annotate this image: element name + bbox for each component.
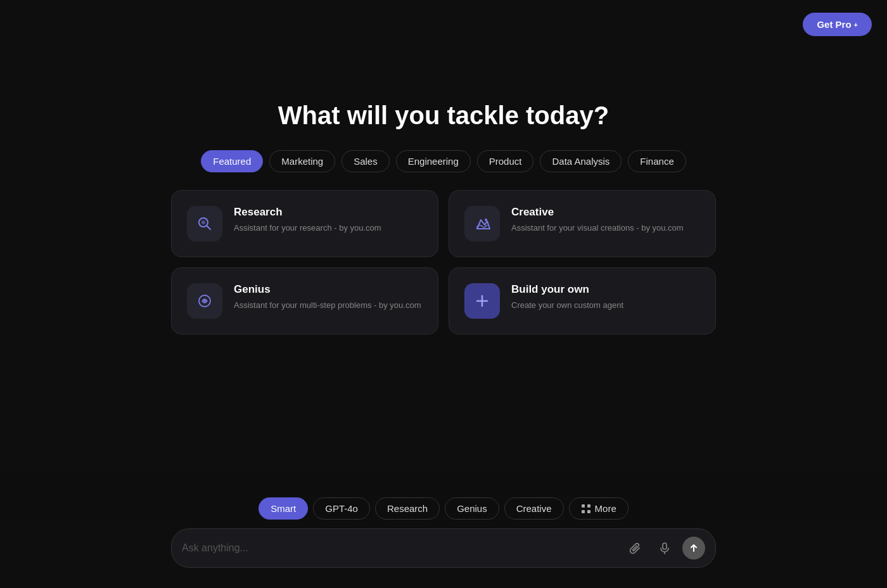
research-agent-desc: Assistant for your research - by you.com <box>234 222 381 234</box>
svg-rect-10 <box>582 510 585 513</box>
mic-icon <box>658 542 671 554</box>
category-tabs: Featured Marketing Sales Engineering Pro… <box>201 150 686 172</box>
main-content: What will you tackle today? Featured Mar… <box>0 0 887 398</box>
agent-card-build-your-own[interactable]: Build your own Create your own custom ag… <box>449 267 716 335</box>
page-title: What will you tackle today? <box>278 101 609 130</box>
tab-product[interactable]: Product <box>477 150 534 172</box>
build-your-own-agent-info: Build your own Create your own custom ag… <box>511 283 623 311</box>
input-bar <box>171 528 716 568</box>
research-icon-wrapper <box>187 206 222 241</box>
build-your-own-agent-name: Build your own <box>511 283 623 296</box>
get-pro-button[interactable]: Get Pro+ <box>803 13 872 36</box>
agent-card-creative[interactable]: Creative Assistant for your visual creat… <box>449 190 716 257</box>
mode-tab-research[interactable]: Research <box>375 497 440 520</box>
send-icon <box>688 542 699 554</box>
tab-sales[interactable]: Sales <box>341 150 390 172</box>
creative-icon <box>473 215 491 233</box>
creative-icon-wrapper <box>464 206 500 241</box>
creative-agent-desc: Assistant for your visual creations - by… <box>511 222 684 234</box>
svg-rect-8 <box>582 504 585 508</box>
mode-tab-creative[interactable]: Creative <box>504 497 564 520</box>
tab-data-analysis[interactable]: Data Analysis <box>540 150 622 172</box>
bottom-bar: Smart GPT-4o Research Genius Creative Mo… <box>0 472 887 588</box>
svg-point-3 <box>485 219 487 221</box>
creative-agent-name: Creative <box>511 206 684 219</box>
mode-tab-more[interactable]: More <box>569 497 629 520</box>
mode-tab-smart[interactable]: Smart <box>258 497 308 520</box>
genius-icon-wrapper <box>187 283 222 319</box>
agent-card-genius[interactable]: Genius Assistant for your multi-step pro… <box>171 267 438 335</box>
tab-finance[interactable]: Finance <box>628 150 686 172</box>
genius-agent-info: Genius Assistant for your multi-step pro… <box>234 283 421 311</box>
research-icon <box>196 215 214 233</box>
svg-line-2 <box>207 226 210 229</box>
grid-icon <box>581 504 591 514</box>
agent-grid: Research Assistant for your research - b… <box>171 190 716 335</box>
tab-engineering[interactable]: Engineering <box>396 150 471 172</box>
svg-point-1 <box>201 220 205 224</box>
paperclip-icon <box>629 542 642 554</box>
build-your-own-icon-wrapper <box>464 283 500 319</box>
svg-rect-11 <box>587 510 590 513</box>
build-your-own-agent-desc: Create your own custom agent <box>511 300 623 311</box>
mode-tab-gpt4o[interactable]: GPT-4o <box>313 497 370 520</box>
research-agent-info: Research Assistant for your research - b… <box>234 206 381 234</box>
search-input[interactable] <box>182 542 618 554</box>
plus-icon <box>473 292 491 310</box>
svg-rect-9 <box>587 504 590 508</box>
research-agent-name: Research <box>234 206 381 219</box>
tab-marketing[interactable]: Marketing <box>269 150 335 172</box>
agent-card-research[interactable]: Research Assistant for your research - b… <box>171 190 438 257</box>
get-pro-label: Get Pro <box>817 19 851 30</box>
tab-featured[interactable]: Featured <box>201 150 263 172</box>
genius-agent-name: Genius <box>234 283 421 296</box>
creative-agent-info: Creative Assistant for your visual creat… <box>511 206 684 234</box>
mode-tab-genius[interactable]: Genius <box>445 497 499 520</box>
send-button[interactable] <box>682 537 705 559</box>
svg-rect-12 <box>663 543 667 549</box>
attach-button[interactable] <box>624 537 647 559</box>
genius-agent-desc: Assistant for your multi-step problems -… <box>234 300 421 311</box>
get-pro-superscript: + <box>854 21 858 29</box>
mic-button[interactable] <box>653 537 676 559</box>
mode-tabs: Smart GPT-4o Research Genius Creative Mo… <box>258 497 628 520</box>
svg-point-5 <box>203 300 206 302</box>
genius-icon <box>196 292 214 310</box>
